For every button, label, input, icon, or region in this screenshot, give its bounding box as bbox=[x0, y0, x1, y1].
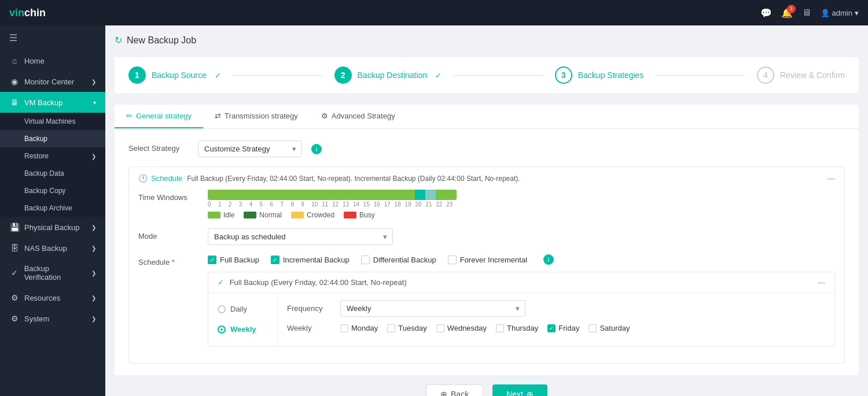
day-saturday[interactable]: Saturday bbox=[589, 324, 630, 332]
time-label-15: 15 bbox=[363, 201, 374, 208]
logo-vin: vin bbox=[9, 7, 24, 18]
step-3-label: Backup Strategies bbox=[578, 71, 644, 80]
sidebar-item-monitor[interactable]: ◉ Monitor Center ❯ bbox=[0, 71, 105, 92]
sidebar: ☰ ⌂ Home ◉ Monitor Center ❯ 🖥 VM Backup … bbox=[0, 25, 105, 396]
schedule-required-mark: * bbox=[172, 258, 175, 267]
thursday-checkbox bbox=[496, 324, 504, 332]
weekly-radio bbox=[218, 325, 226, 334]
step-3-num: 3 bbox=[561, 71, 566, 80]
tab-transmission[interactable]: ⇄ Transmission strategy bbox=[203, 105, 310, 128]
back-icon: ⊕ bbox=[440, 390, 447, 396]
sidebar-label-vm-backup: VM Backup bbox=[24, 98, 62, 107]
time-label-14: 14 bbox=[353, 201, 363, 208]
sidebar-item-backup-verification[interactable]: ✓ Backup Verification ❯ bbox=[0, 258, 105, 287]
frequency-select[interactable]: Weekly Daily Monthly bbox=[340, 300, 525, 317]
messages-icon[interactable]: 💬 bbox=[760, 8, 772, 18]
checkbox-incremental-backup[interactable]: ✓ Incremental Backup bbox=[271, 256, 350, 264]
monitor-center-icon: ◉ bbox=[9, 77, 20, 86]
legend-busy-color bbox=[344, 212, 356, 219]
sidebar-item-physical-backup[interactable]: 💾 Physical Backup ❯ bbox=[0, 217, 105, 238]
sidebar-item-backup[interactable]: Backup bbox=[0, 130, 105, 147]
legend-idle-color bbox=[208, 212, 220, 219]
day-friday[interactable]: ✓ Friday bbox=[547, 324, 579, 332]
strategy-info-icon[interactable]: i bbox=[311, 144, 322, 154]
sidebar-item-nas-backup[interactable]: 🗄 NAS Backup ❯ bbox=[0, 238, 105, 258]
sidebar-item-resources[interactable]: ⚙ Resources ❯ bbox=[0, 287, 105, 308]
tuesday-checkbox bbox=[387, 324, 395, 332]
weekly-days-row: Weekly Monday bbox=[287, 324, 825, 332]
advanced-tab-icon: ⚙ bbox=[321, 112, 328, 120]
resources-icon: ⚙ bbox=[9, 293, 20, 302]
full-backup-checkbox-icon: ✓ bbox=[208, 256, 216, 264]
schedule-desc: Full Backup (Every Friday, 02:44:00 Star… bbox=[187, 175, 520, 183]
schedule-info-icon[interactable]: i bbox=[543, 254, 554, 265]
back-button[interactable]: ⊕ Back bbox=[426, 384, 483, 396]
checkbox-differential-backup[interactable]: Differential Backup bbox=[361, 256, 436, 264]
sub-schedule-collapse-btn[interactable]: — bbox=[818, 278, 825, 287]
notifications-icon[interactable]: 🔔 3 bbox=[781, 8, 793, 18]
daily-radio bbox=[218, 305, 226, 313]
schedule-title: 🕐 Schedule bbox=[138, 174, 182, 183]
time-legend: Idle Normal Crowded bbox=[208, 211, 835, 219]
checkbox-full-backup[interactable]: ✓ Full Backup bbox=[208, 256, 259, 264]
sidebar-item-home[interactable]: ⌂ Home bbox=[0, 50, 105, 71]
sub-schedule-header: ✓ Full Backup (Every Friday, 02:44:00 St… bbox=[208, 272, 834, 293]
wednesday-label: Wednesday bbox=[447, 324, 487, 332]
sidebar-item-vm-backup[interactable]: 🖥 VM Backup ▾ bbox=[0, 92, 105, 113]
general-tab-label: General strategy bbox=[136, 112, 192, 120]
sidebar-label-restore: Restore bbox=[24, 152, 49, 160]
mode-label-text: Mode bbox=[138, 232, 157, 240]
sidebar-item-backup-copy[interactable]: Backup Copy bbox=[0, 182, 105, 199]
tuesday-label: Tuesday bbox=[398, 324, 426, 332]
strategy-label-text: Select Strategy bbox=[128, 144, 179, 153]
day-tuesday[interactable]: Tuesday bbox=[387, 324, 426, 332]
day-wednesday[interactable]: Wednesday bbox=[436, 324, 487, 332]
sidebar-item-system[interactable]: ⚙ System ❯ bbox=[0, 308, 105, 329]
day-monday[interactable]: Monday bbox=[340, 324, 378, 332]
next-button[interactable]: Next ⊕ bbox=[492, 384, 547, 396]
sidebar-toggle[interactable]: ☰ bbox=[0, 25, 105, 50]
saturday-checkbox bbox=[589, 324, 597, 332]
time-segment-idle bbox=[208, 190, 415, 200]
legend-normal: Normal bbox=[244, 211, 282, 219]
sub-schedule-title-text: Full Backup (Every Friday, 02:44:00 Star… bbox=[230, 278, 407, 287]
freq-weekly[interactable]: Weekly bbox=[208, 319, 277, 339]
step-1-circle: 1 bbox=[128, 66, 146, 84]
schedule-title-wrap: 🕐 Schedule Full Backup (Every Friday, 02… bbox=[138, 174, 520, 183]
strategy-label: Select Strategy bbox=[128, 140, 198, 153]
main-content: ↻ New Backup Job 1 Backup Source ✓ 2 Bac… bbox=[105, 25, 868, 396]
tab-advanced[interactable]: ⚙ Advanced Strategy bbox=[310, 105, 407, 128]
user-label: admin bbox=[832, 9, 852, 17]
schedule-collapse-btn[interactable]: — bbox=[827, 174, 835, 183]
freq-daily[interactable]: Daily bbox=[208, 299, 277, 319]
sidebar-item-restore[interactable]: Restore ❯ bbox=[0, 147, 105, 165]
notification-badge: 3 bbox=[787, 5, 796, 13]
sidebar-label-nas-backup: NAS Backup bbox=[24, 244, 67, 253]
sub-schedule-box: ✓ Full Backup (Every Friday, 02:44:00 St… bbox=[208, 272, 835, 347]
user-menu[interactable]: 👤 admin ▾ bbox=[821, 9, 859, 17]
monitor-icon[interactable]: 🖥 bbox=[802, 8, 811, 18]
time-label-21: 21 bbox=[425, 201, 436, 208]
mode-row: Mode Backup as scheduled Always Incremen… bbox=[138, 228, 835, 245]
physical-backup-icon: 💾 bbox=[9, 223, 20, 232]
sidebar-item-virtual-machines[interactable]: Virtual Machines bbox=[0, 113, 105, 130]
strategy-select[interactable]: Customize Strategy Default Strategy bbox=[198, 140, 302, 157]
weekly-label-cell: Weekly bbox=[287, 324, 333, 332]
mode-select[interactable]: Backup as scheduled Always Incremental C… bbox=[208, 228, 393, 245]
checkbox-forever-incremental[interactable]: Forever Incremental bbox=[448, 256, 527, 264]
page-header: ↻ New Backup Job bbox=[115, 35, 859, 46]
sidebar-item-backup-data[interactable]: Backup Data bbox=[0, 165, 105, 182]
page-title: New Backup Job bbox=[127, 35, 196, 46]
sidebar-item-backup-archive[interactable]: Backup Archive bbox=[0, 199, 105, 217]
sub-schedule-body: Daily Weekly bbox=[208, 293, 834, 346]
thursday-label: Thursday bbox=[507, 324, 538, 332]
tab-general[interactable]: ✏ General strategy bbox=[115, 105, 203, 128]
step-divider-1 bbox=[233, 75, 323, 76]
day-thursday[interactable]: Thursday bbox=[496, 324, 538, 332]
nas-backup-icon: 🗄 bbox=[9, 243, 20, 253]
sidebar-label-backup-verification: Backup Verification bbox=[24, 264, 87, 282]
time-label-10: 10 bbox=[311, 201, 322, 208]
step-divider-3 bbox=[655, 75, 745, 76]
time-label-16: 16 bbox=[374, 201, 384, 208]
logo-chin: chin bbox=[24, 7, 46, 18]
